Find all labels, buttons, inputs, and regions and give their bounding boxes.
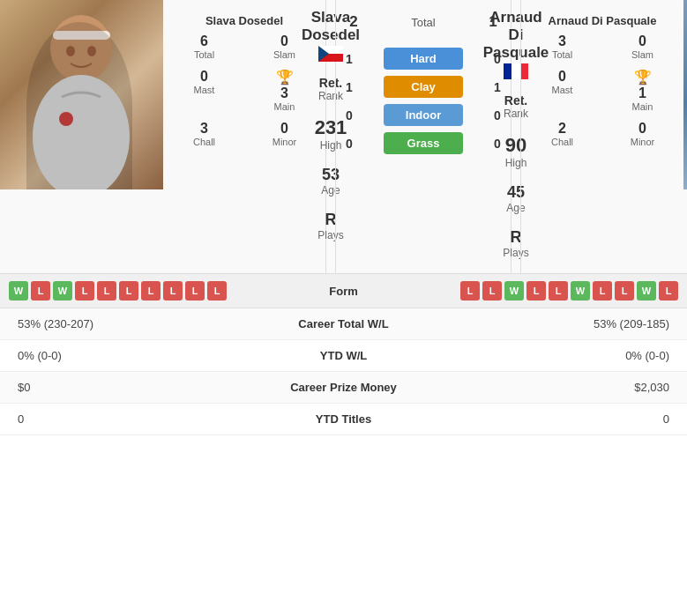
right-trophy-icon: 🏆 <box>634 70 652 85</box>
left-chall-value: 3 <box>168 121 241 137</box>
left-chall-cell: 3 Chall <box>168 118 241 150</box>
stats-center-3: YTD Titles <box>235 412 452 426</box>
svg-point-5 <box>59 112 73 126</box>
left-flag <box>318 46 343 62</box>
right-player-photo <box>683 0 687 189</box>
surface-left-1: 1 <box>340 80 358 94</box>
top-section: Slava Dosedel 6 Total 0 Slam 0 Mast 🏆 3 <box>0 0 687 274</box>
left-total-value: 6 <box>168 33 241 49</box>
right-minor-cell: 0 Minor <box>606 118 679 150</box>
surface-row-hard: 1 Hard 0 <box>340 48 506 70</box>
right-slam-label: Slam <box>606 49 679 60</box>
stats-right-3: 0 <box>452 412 669 426</box>
surface-btn-hard: Hard <box>384 48 463 70</box>
left-slam-label: Slam <box>248 49 321 60</box>
left-form-badge-3: L <box>75 281 94 301</box>
stats-right-1: 0% (0-0) <box>452 349 669 362</box>
svg-point-4 <box>87 46 96 56</box>
main-container: Slava Dosedel 6 Total 0 Slam 0 Mast 🏆 3 <box>0 0 687 435</box>
surface-row-grass: 0 Grass 0 <box>340 132 506 154</box>
stats-right-0: 53% (209-185) <box>452 317 669 330</box>
surface-btn-clay: Clay <box>384 76 463 98</box>
svg-rect-1 <box>53 31 110 40</box>
right-main-label: Main <box>606 101 679 112</box>
stats-center-0: Career Total W/L <box>235 317 452 330</box>
svg-point-3 <box>66 46 75 56</box>
stats-center-1: YTD W/L <box>235 349 452 362</box>
stats-row-3: 0 YTD Titles 0 <box>0 404 687 435</box>
stats-right-2: $2,030 <box>452 381 669 394</box>
left-player-photo <box>0 0 163 189</box>
left-mast-label: Mast <box>168 85 241 95</box>
left-minor-cell: 0 Minor <box>248 118 321 150</box>
right-minor-label: Minor <box>606 137 679 147</box>
right-mast-label: Mast <box>526 85 599 95</box>
surface-rows: 1 Hard 0 1 Clay 1 0 Indoor 0 0 Grass 0 <box>340 41 506 160</box>
right-form-badge-2: W <box>504 281 524 301</box>
right-form-badge-3: L <box>526 281 546 301</box>
left-main-label: Main <box>248 101 321 112</box>
flag-white <box>512 63 519 79</box>
left-form-badge-0: W <box>9 281 28 301</box>
right-slam-cell: 0 Slam <box>606 31 679 63</box>
left-mast-value: 0 <box>168 69 241 85</box>
stats-row-2: $0 Career Prize Money $2,030 <box>0 372 687 404</box>
form-row: WLWLLLLLLL Form LLWLLWLLWL <box>0 274 687 308</box>
right-form-badge-8: W <box>637 281 656 301</box>
right-chall-label: Chall <box>526 137 599 147</box>
left-main-cell: 🏆 3 Main <box>248 66 321 115</box>
right-form-badge-5: W <box>571 281 590 301</box>
stats-row-1: 0% (0-0) YTD W/L 0% (0-0) <box>0 340 687 372</box>
right-form-badges: LLWLLWLLWL <box>455 281 678 301</box>
right-player-name: Arnaud Di Pasquale <box>549 14 657 27</box>
left-form-badge-8: L <box>185 281 205 301</box>
total-row: 2 Total 1 <box>340 13 506 31</box>
right-form-badge-0: L <box>460 281 480 301</box>
left-trophy-icon: 🏆 <box>276 70 294 85</box>
surface-left-0: 1 <box>340 52 358 66</box>
stats-left-1: 0% (0-0) <box>18 349 235 362</box>
right-form-badge-6: L <box>593 281 612 301</box>
left-chall-label: Chall <box>168 137 241 147</box>
left-main-value: 3 <box>248 85 321 101</box>
right-minor-value: 0 <box>606 121 679 137</box>
right-stats-grid: 3 Total 0 Slam 0 Mast 🏆 1 Main 2 <box>526 31 679 150</box>
right-slam-value: 0 <box>606 33 679 49</box>
stats-center-2: Career Prize Money <box>235 381 452 394</box>
surface-left-3: 0 <box>340 137 358 151</box>
left-minor-label: Minor <box>248 137 321 147</box>
right-form-badge-7: L <box>615 281 634 301</box>
left-player-name: Slava Dosedel <box>205 14 283 27</box>
stats-left-2: $0 <box>18 381 235 394</box>
left-stats-grid: 6 Total 0 Slam 0 Mast 🏆 3 Main 3 <box>168 31 321 150</box>
left-total-h2h: 2 <box>340 13 367 31</box>
right-chall-value: 2 <box>526 121 599 137</box>
left-form-badge-7: L <box>163 281 183 301</box>
surface-right-3: 0 <box>489 137 506 151</box>
left-form-badge-5: L <box>119 281 138 301</box>
left-form-badges: WLWLLLLLLL <box>9 281 232 301</box>
surface-btn-indoor: Indoor <box>384 104 463 126</box>
left-middle-stats: Slava Dosedel Ret. Rank 231 High 53 Age … <box>326 0 335 273</box>
right-mast-value: 0 <box>526 69 599 85</box>
right-chall-cell: 2 Chall <box>526 118 599 150</box>
left-total-cell: 6 Total <box>168 31 241 63</box>
total-label: Total <box>411 16 435 29</box>
left-form-badge-9: L <box>207 281 227 301</box>
surface-left-2: 0 <box>340 108 358 122</box>
right-main-cell: 🏆 1 Main <box>606 66 679 115</box>
surface-btn-grass: Grass <box>384 132 463 154</box>
bottom-stats-rows: 53% (230-207) Career Total W/L 53% (209-… <box>0 308 687 435</box>
svg-point-0 <box>50 15 112 82</box>
stats-row-0: 53% (230-207) Career Total W/L 53% (209-… <box>0 308 687 340</box>
flag-blue <box>504 63 512 79</box>
right-form-badge-1: L <box>482 281 502 301</box>
right-total-label: Total <box>526 49 599 60</box>
stats-left-0: 53% (230-207) <box>18 317 235 330</box>
right-middle-stats: Arnaud Di Pasquale Ret. Rank 90 High <box>512 0 520 273</box>
left-form-badge-6: L <box>141 281 161 301</box>
right-form-badge-4: L <box>549 281 568 301</box>
left-form-badge-4: L <box>97 281 116 301</box>
stats-left-3: 0 <box>18 412 235 426</box>
right-player-info: Arnaud Di Pasquale 3 Total 0 Slam 0 Mast… <box>520 0 683 273</box>
